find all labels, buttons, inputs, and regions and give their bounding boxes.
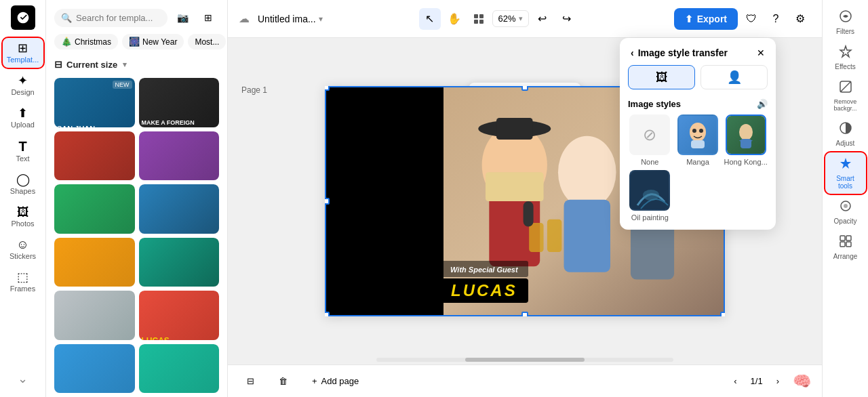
sidebar-item-shapes[interactable]: ◯ Shapes: [3, 169, 43, 199]
adjust-icon: [839, 121, 852, 138]
duplicate-page-button[interactable]: ⊟: [239, 372, 262, 390]
search-area: 🔍 📷 ⊞: [46, 0, 227, 34]
main-area: ☁ Untitled ima... ▾ ↖ ✋ 62% ▾ ↩ ↪: [228, 0, 822, 397]
next-page-button[interactable]: ›: [768, 372, 787, 390]
right-tool-opacity[interactable]: Opacity: [825, 195, 866, 229]
size-icon: ⊟: [54, 59, 62, 70]
template-card-11[interactable]: [54, 344, 135, 394]
sidebar-item-frames[interactable]: ⬚ Frames: [3, 267, 43, 297]
template-card-6[interactable]: PRESENTATION: [139, 184, 220, 234]
stickers-icon: ☺: [16, 238, 28, 251]
style-item-hongkong[interactable]: Hong Kong...: [724, 114, 768, 166]
doc-title[interactable]: Untitled ima... ▾: [258, 14, 323, 24]
style-item-manga[interactable]: Manga: [676, 114, 720, 166]
svg-rect-25: [691, 140, 705, 148]
tag-bar: 🎄 Christmas 🎆 New Year Most...: [46, 34, 227, 55]
svg-rect-21: [524, 201, 534, 226]
doc-title-text: Untitled ima...: [258, 14, 316, 24]
zoom-selector[interactable]: 62% ▾: [492, 10, 529, 27]
back-icon: ‹: [631, 47, 634, 58]
sidebar-item-photos[interactable]: 🖼 Photos: [3, 202, 43, 232]
upload-icon: ⬆: [18, 107, 28, 119]
hand-tool-button[interactable]: ✋: [443, 8, 465, 30]
add-page-button[interactable]: + Add page: [304, 372, 367, 390]
delete-page-button[interactable]: 🗑: [271, 372, 296, 390]
canvas-guest-text: With Special Guest: [450, 266, 518, 274]
sidebar-label-photos: Photos: [11, 220, 34, 228]
sidebar-item-stickers[interactable]: ☺ Stickers: [3, 234, 43, 264]
stp-header: ‹ Image style transfer ✕: [620, 38, 776, 65]
sidebar-item-text[interactable]: T Text: [3, 135, 43, 167]
scrollbar-thumb[interactable]: [465, 358, 584, 362]
help-button[interactable]: ?: [765, 8, 787, 30]
cloud-icon: ☁: [239, 12, 250, 25]
zoom-value: 62%: [498, 14, 516, 24]
search-icon: 🔍: [61, 13, 72, 23]
template-card-9[interactable]: [54, 291, 135, 340]
shield-icon-button[interactable]: 🛡: [741, 8, 762, 30]
sidebar-item-upload[interactable]: ⬆ Upload: [3, 103, 43, 133]
tag-newyear[interactable]: 🎆 New Year: [122, 34, 184, 49]
template-card-3[interactable]: PROMOTION: [54, 131, 135, 181]
template-card-2[interactable]: MAKE A FOREIGN FRIEND?: [139, 78, 220, 127]
template-card-12[interactable]: SPICY SALMON: [139, 344, 220, 394]
brain-icon: 🧠: [793, 373, 811, 390]
export-button[interactable]: ⬆ Export: [674, 8, 738, 30]
template-card-10[interactable]: LUCAS: [139, 291, 220, 340]
page-counter: 1/1: [751, 376, 763, 386]
template-card-8[interactable]: Oral rinse: [139, 238, 220, 287]
select-tool-button[interactable]: ↖: [419, 8, 441, 30]
style-thumb-oilpainting: [629, 170, 670, 211]
search-input[interactable]: [76, 13, 161, 23]
export-icon: ⬆: [685, 14, 693, 24]
template-card-4[interactable]: 3 DAY FOUNDATION: [139, 131, 220, 181]
filter-button[interactable]: ⊞: [197, 7, 219, 28]
sidebar-item-design[interactable]: ✦ Design: [3, 70, 43, 100]
right-tool-effects[interactable]: Effects: [825, 41, 866, 75]
opacity-icon: [839, 199, 852, 216]
stp-back-button[interactable]: ‹ Image style transfer: [631, 47, 728, 58]
tag-christmas[interactable]: 🎄 Christmas: [54, 34, 118, 49]
svg-rect-16: [564, 200, 610, 272]
effects-label: Effects: [835, 63, 855, 70]
frames-icon: ⬚: [17, 271, 28, 283]
svg-rect-3: [479, 20, 484, 24]
right-tool-remove-bg[interactable]: Remove backgr...: [825, 76, 866, 116]
undo-button[interactable]: ↩: [532, 8, 553, 30]
right-tool-adjust[interactable]: Adjust: [825, 117, 866, 151]
remove-bg-label: Remove backgr...: [831, 98, 861, 112]
template-card-5[interactable]: PERFECT CAR?: [54, 184, 135, 234]
right-tool-smart-tools[interactable]: Smart tools: [825, 152, 866, 194]
christmas-emoji: 🎄: [61, 37, 72, 47]
template-card-7[interactable]: HARMONY HOME SERIES: [54, 238, 135, 287]
svg-rect-36: [840, 236, 845, 241]
right-tool-arrange[interactable]: Arrange: [825, 230, 866, 264]
stp-tab-image[interactable]: 🖼: [628, 65, 695, 89]
style-item-none[interactable]: None: [628, 114, 672, 166]
page-label: Page 1: [241, 85, 267, 95]
svg-rect-37: [846, 236, 851, 241]
sidebar-item-templates[interactable]: ⊞ Templat...: [3, 38, 43, 68]
style-thumb-manga: [677, 114, 718, 155]
stp-close-button[interactable]: ✕: [757, 47, 765, 58]
smart-tools-icon: [839, 156, 852, 173]
redo-button[interactable]: ↪: [556, 8, 578, 30]
style-item-oilpainting[interactable]: Oil painting: [628, 170, 672, 222]
stp-section-title: Image styles: [628, 99, 681, 109]
tag-most[interactable]: Most...: [188, 34, 226, 49]
horizontal-scrollbar[interactable]: [376, 358, 673, 362]
right-tool-filters[interactable]: Filters: [825, 5, 866, 39]
sidebar-collapse-button[interactable]: ⌄: [12, 366, 33, 392]
export-label: Export: [697, 14, 727, 24]
camera-search-button[interactable]: 📷: [172, 7, 193, 28]
shapes-icon: ◯: [16, 173, 30, 186]
grid-tool-button[interactable]: [468, 8, 490, 30]
settings-button[interactable]: ⚙: [789, 8, 811, 30]
stp-tab-face[interactable]: 👤: [701, 65, 768, 89]
search-bar[interactable]: 🔍: [54, 9, 167, 27]
size-selector[interactable]: ⊟ Current size ▾: [46, 55, 227, 74]
smart-tools-label: Smart tools: [831, 175, 861, 190]
style-thumb-hongkong: [726, 114, 766, 155]
prev-page-button[interactable]: ‹: [726, 372, 745, 390]
template-card-1[interactable]: SAN JUAN NEW: [54, 78, 135, 127]
